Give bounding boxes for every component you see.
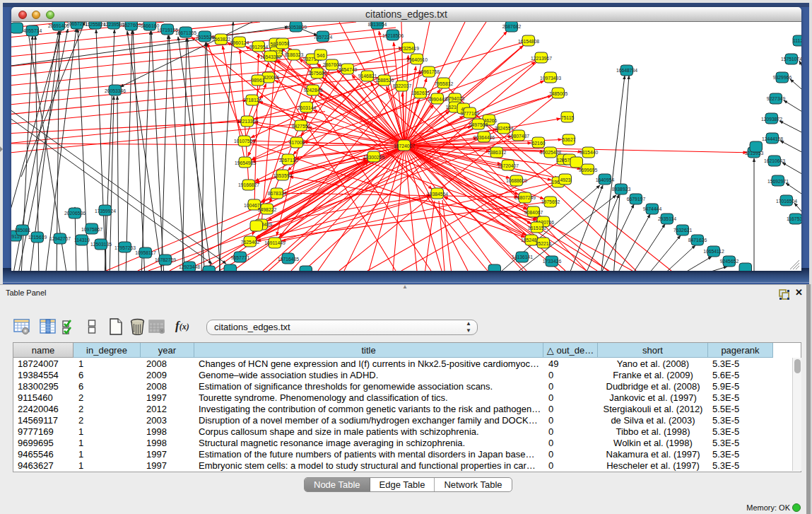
svg-text:1215619: 1215619 [28,235,47,240]
svg-text:1975692: 1975692 [541,199,560,204]
svg-text:8990448: 8990448 [428,97,447,102]
svg-text:1527602: 1527602 [122,23,141,28]
svg-text:10688609: 10688609 [506,178,527,183]
svg-text:3824554: 3824554 [495,126,514,131]
svg-text:12239580: 12239580 [103,22,124,27]
svg-text:53627: 53627 [563,137,576,142]
svg-text:62160: 62160 [532,141,546,146]
svg-text:8322037: 8322037 [393,83,412,88]
svg-text:417006: 417006 [289,140,305,145]
svg-text:7563822: 7563822 [212,37,231,42]
svg-text:12325419: 12325419 [398,46,419,51]
svg-text:17016504: 17016504 [776,199,797,204]
svg-text:1353594: 1353594 [273,173,293,178]
svg-text:19218506: 19218506 [382,33,404,38]
svg-text:10807487: 10807487 [508,134,529,139]
svg-text:9242848: 9242848 [304,88,323,93]
svg-text:4923: 4923 [560,177,570,182]
svg-text:4055714: 4055714 [23,28,42,33]
svg-text:9245652: 9245652 [720,259,739,264]
svg-text:8427552: 8427552 [292,124,311,129]
svg-text:15716485: 15716485 [278,257,299,262]
svg-text:1362615: 1362615 [411,90,430,95]
svg-text:17359924: 17359924 [95,209,116,214]
svg-text:10654112: 10654112 [703,249,724,254]
svg-text:3267130: 3267130 [279,158,298,163]
svg-text:16648784: 16648784 [616,68,637,73]
svg-text:16058: 16058 [276,41,290,46]
svg-text:7955812: 7955812 [435,81,454,86]
svg-text:2718126: 2718126 [243,98,262,103]
svg-text:15720407: 15720407 [498,163,519,168]
svg-text:8186323: 8186323 [285,52,304,57]
svg-text:19654983: 19654983 [235,160,256,165]
svg-text:7485005: 7485005 [549,91,568,96]
svg-text:11123: 11123 [793,38,801,43]
svg-text:114319: 114319 [74,238,90,243]
svg-text:8960124: 8960124 [230,40,249,45]
svg-text:2935114: 2935114 [658,216,676,221]
svg-text:8938923: 8938923 [612,187,631,192]
svg-text:18724007: 18724007 [394,144,415,148]
svg-text:3675685: 3675685 [308,71,327,76]
svg-text:252214: 252214 [536,241,552,246]
svg-text:2603144: 2603144 [298,105,317,110]
svg-text:9657771: 9657771 [231,255,250,260]
svg-text:9815440: 9815440 [579,150,599,155]
svg-text:9146821: 9146821 [358,74,377,78]
svg-text:15692971: 15692971 [767,179,789,184]
svg-text:8912954: 8912954 [249,45,269,49]
svg-text:6794028: 6794028 [446,96,465,101]
svg-text:1733426: 1733426 [543,259,562,264]
svg-text:9329966: 9329966 [773,75,792,80]
svg-text:16671355: 16671355 [175,30,196,35]
svg-text:7632621: 7632621 [673,228,693,233]
svg-text:9474444: 9474444 [643,206,662,211]
svg-text:16911449: 16911449 [264,240,286,245]
svg-text:12213967: 12213967 [531,56,552,61]
svg-text:8678334: 8678334 [268,191,287,196]
svg-text:14136141: 14136141 [512,255,533,259]
svg-text:12923448: 12923448 [179,264,200,269]
svg-text:10973493: 10973493 [540,76,561,81]
svg-text:5498222: 5498222 [258,207,277,212]
svg-text:10107553: 10107553 [234,139,255,144]
svg-text:16543382: 16543382 [260,54,281,59]
svg-text:19166827: 19166827 [238,182,259,187]
svg-text:1588520: 1588520 [375,78,394,83]
svg-text:12213369: 12213369 [237,119,258,124]
svg-text:7625402: 7625402 [241,240,260,245]
svg-text:10025438: 10025438 [540,150,561,155]
svg-text:12093872: 12093872 [761,117,782,122]
svg-text:10958117: 10958117 [135,250,156,255]
svg-text:10961758: 10961758 [418,69,440,74]
svg-text:7357224: 7357224 [314,35,333,40]
svg-text:6497568: 6497568 [469,122,488,127]
svg-text:10975867: 10975867 [81,227,102,232]
svg-text:16782759: 16782759 [155,257,176,262]
svg-text:20364436: 20364436 [473,135,495,140]
svg-text:2867608: 2867608 [323,62,342,67]
svg-text:12444158: 12444158 [762,136,783,141]
svg-text:16154808: 16154808 [518,39,539,44]
svg-text:8471626: 8471626 [688,238,707,243]
svg-text:19384554: 19384554 [427,192,448,197]
svg-text:18300295: 18300295 [363,155,384,160]
svg-text:17957253: 17957253 [114,245,136,250]
svg-text:12942757: 12942757 [49,236,71,241]
svg-text:75115: 75115 [561,115,575,120]
svg-text:185081: 185081 [15,228,31,233]
svg-text:9084067: 9084067 [524,210,543,215]
svg-text:8813054: 8813054 [368,22,387,27]
svg-text:20053346: 20053346 [105,88,126,93]
svg-text:9227349: 9227349 [767,96,786,101]
svg-text:12503135: 12503135 [90,242,112,247]
svg-text:9699695: 9699695 [579,168,598,173]
svg-text:20206536: 20206536 [64,211,86,216]
svg-text:9777169: 9777169 [461,111,480,116]
svg-text:16053809: 16053809 [286,25,307,30]
svg-text:15640910: 15640910 [406,57,428,62]
svg-text:1640954: 1640954 [596,177,615,182]
svg-text:2687682: 2687682 [502,24,522,29]
svg-text:1167533: 1167533 [787,216,801,221]
